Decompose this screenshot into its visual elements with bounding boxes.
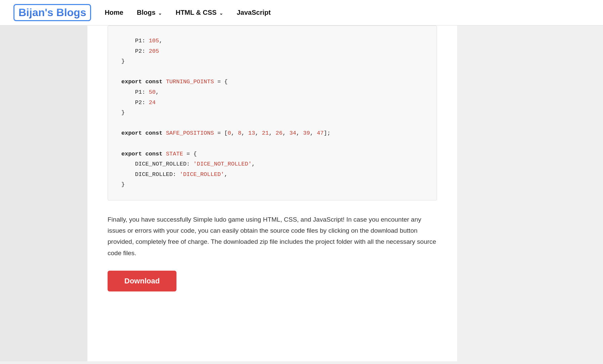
code-line-6: P1: 50, <box>121 87 423 98</box>
code-line-11 <box>121 139 423 149</box>
nav-javascript[interactable]: JavaScript <box>237 9 271 16</box>
code-line-14: DICE_ROLLED: 'DICE_ROLLED', <box>121 170 423 180</box>
nav-blogs[interactable]: Blogs ⌄ <box>137 9 162 16</box>
download-button[interactable]: Download <box>108 271 176 291</box>
left-sidebar <box>0 26 87 361</box>
code-line-4 <box>121 67 423 77</box>
code-line-2: P2: 205 <box>121 46 423 57</box>
code-line-8: } <box>121 108 423 118</box>
code-line-1: P1: 105, <box>121 36 423 46</box>
html-css-chevron-icon: ⌄ <box>218 10 223 16</box>
code-line-12: export const STATE = { <box>121 149 423 160</box>
nav-home[interactable]: Home <box>105 9 123 16</box>
code-line-7: P2: 24 <box>121 98 423 108</box>
right-sidebar <box>457 26 585 361</box>
blogs-chevron-icon: ⌄ <box>157 10 162 16</box>
nav-links: Home Blogs ⌄ HTML & CSS ⌄ JavaScript <box>105 9 271 16</box>
code-line-13: DICE_NOT_ROLLED: 'DICE_NOT_ROLLED', <box>121 159 423 170</box>
code-line-9 <box>121 118 423 129</box>
code-line-5: export const TURNING_POINTS = { <box>121 77 423 87</box>
code-line-10: export const SAFE_POSITIONS = [0, 8, 13,… <box>121 128 423 139</box>
code-block: P1: 105, P2: 205 } export const TURNING_… <box>108 26 437 200</box>
navbar: Bijan's Blogs Home Blogs ⌄ HTML & CSS ⌄ … <box>0 0 603 26</box>
site-logo[interactable]: Bijan's Blogs <box>13 4 91 21</box>
description-paragraph: Finally, you have successfully Simple lu… <box>108 214 437 259</box>
nav-html-css[interactable]: HTML & CSS ⌄ <box>175 9 223 16</box>
main-wrapper: P1: 105, P2: 205 } export const TURNING_… <box>0 26 603 361</box>
code-line-15: } <box>121 180 423 190</box>
content-area: P1: 105, P2: 205 } export const TURNING_… <box>87 26 457 361</box>
code-line-3: } <box>121 56 423 67</box>
